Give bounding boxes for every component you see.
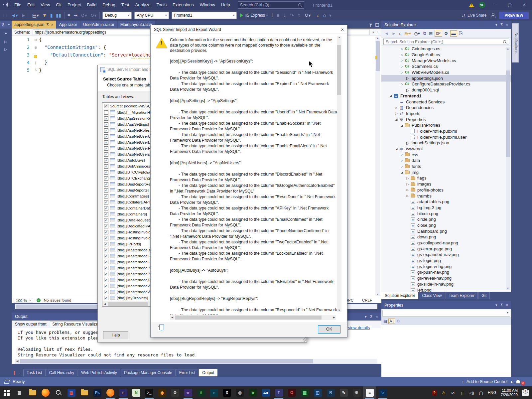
output-horizontal-scrollbar[interactable]: ◀ — [15, 359, 377, 364]
tree-expander-icon[interactable]: ◢ — [400, 171, 404, 174]
menu-item-file[interactable]: File — [11, 0, 24, 10]
tree-expander-icon[interactable]: ▷ — [400, 65, 404, 68]
tree-item[interactable]: ▷thumbs — [381, 193, 511, 199]
tree-item[interactable]: ◢img — [381, 169, 511, 175]
step-into-icon[interactable]: ⇣ — [281, 10, 289, 20]
props-pages-icon[interactable]: ⚙ — [396, 319, 400, 324]
clock[interactable]: 11:00 AM 7/26/2020 — [501, 388, 518, 397]
menu-item-git[interactable]: Git — [53, 0, 65, 10]
table-checkbox[interactable] — [104, 272, 108, 276]
wizard-vertical-scrollbar[interactable]: ▲ ▼ — [337, 36, 341, 312]
table-checkbox[interactable] — [104, 122, 108, 127]
table-checkbox[interactable] — [104, 194, 108, 199]
tree-item[interactable]: down.png — [381, 234, 511, 240]
tray-app-icon[interactable]: ▢ — [478, 390, 483, 395]
global-search-input[interactable]: Search (Ctrl+Q) — [238, 1, 304, 9]
vs-installer[interactable]: ⚙ — [169, 386, 182, 399]
settings-app[interactable]: ⚙ — [350, 386, 363, 399]
task-view-button[interactable]: ▦ — [13, 386, 26, 399]
se-switch-views-icon[interactable]: 🗁▾ — [404, 31, 412, 36]
tree-expander-icon[interactable]: ◢ — [388, 94, 393, 97]
startup-project-dropdown[interactable]: Frontend1▾ — [172, 12, 237, 19]
tab-appsettings-json[interactable]: appsettings.json⊼× — [12, 21, 56, 29]
line-ending-indicator[interactable]: CRLF — [362, 298, 372, 302]
wizard-title-bar[interactable]: SQL Server Import and Export Wizard × — [151, 25, 347, 34]
language-indicator[interactable]: ENG — [488, 390, 496, 395]
notepad-plus[interactable]: N — [130, 386, 143, 399]
table-checkbox[interactable] — [104, 158, 108, 163]
navigate-back-icon[interactable]: ◄▾ — [9, 10, 20, 20]
tree-item[interactable]: ▷C#WebViewModels.cs — [381, 69, 511, 75]
tree-expander-icon[interactable]: ▷ — [400, 53, 404, 57]
tree-expander-icon[interactable]: ▷ — [405, 194, 410, 198]
maximize-button[interactable]: ▢ — [505, 0, 515, 10]
menu-item-extensions[interactable]: Extensions — [170, 0, 197, 10]
notification-warning-icon[interactable] — [469, 3, 474, 7]
blender[interactable] — [104, 386, 117, 399]
menu-item-view[interactable]: View — [38, 0, 53, 10]
menu-item-window[interactable]: Window — [197, 0, 218, 10]
se-pending-changes-icon[interactable]: ◷▾ — [413, 31, 421, 36]
table-checkbox[interactable] — [104, 260, 108, 264]
props-dropdown-icon[interactable]: ▾ — [495, 303, 497, 307]
properties-object-dropdown[interactable] — [382, 310, 510, 317]
bottom-tab-call-hierarchy[interactable]: Call Hierarchy — [46, 369, 77, 376]
configuration-dropdown[interactable]: Debug▾ — [102, 12, 132, 19]
opera[interactable]: O — [285, 386, 298, 399]
bottom-tab-web-publish-activity[interactable]: Web Publish Activity — [78, 369, 120, 376]
editor-options-icon[interactable]: ⊡ — [375, 22, 379, 28]
terminal[interactable]: >_ — [143, 386, 156, 399]
tree-item[interactable]: ▷⇄Imports — [381, 111, 511, 117]
bottom-tab-error-list[interactable]: Error List — [176, 369, 199, 376]
chat-app[interactable]: ◗ — [207, 386, 220, 399]
toolbar-grip[interactable]: ⋮⋮ — [0, 14, 9, 17]
start-button[interactable] — [0, 386, 13, 399]
tree-expander-icon[interactable]: ▷ — [400, 153, 404, 156]
tray-network-icon[interactable]: ⊘ — [451, 390, 456, 395]
table-checkbox[interactable] — [104, 254, 108, 258]
table-checkbox[interactable] — [104, 278, 108, 282]
table-checkbox[interactable] — [104, 230, 108, 234]
fold-marker[interactable]: ⊟ — [32, 44, 39, 51]
tree-item[interactable]: gs-reveal-nav.png — [381, 275, 511, 281]
pen-app[interactable]: ✎ — [337, 386, 350, 399]
tree-item[interactable]: FolderProfile.pubxml — [381, 128, 511, 134]
table-checkbox[interactable] — [104, 242, 108, 246]
browse-home-icon[interactable]: ⌂ — [321, 10, 327, 20]
table-checkbox[interactable] — [104, 296, 108, 300]
tree-expander-icon[interactable]: ▷ — [405, 183, 410, 186]
preview-button[interactable]: PREVIEW — [499, 12, 529, 19]
tree-item[interactable]: gs-login.png — [381, 258, 511, 264]
tree-expander-icon[interactable]: ▷ — [400, 165, 404, 168]
feedback-person-icon[interactable] — [490, 13, 495, 18]
tree-item[interactable]: close.png — [381, 222, 511, 228]
se-home-icon[interactable]: ⌂ — [398, 31, 403, 36]
audio-app[interactable]: ∩ — [117, 386, 130, 399]
tree-item[interactable]: ◢⚙Properties — [381, 116, 511, 122]
tray-help-icon[interactable]: ? — [432, 390, 437, 395]
tree-item[interactable]: left.png — [381, 287, 511, 292]
editor-vertical-scrollbar[interactable]: ▲ ▼ — [375, 37, 380, 296]
tree-item[interactable]: {}launchSettings.json — [381, 140, 511, 146]
people-app[interactable]: ◫ — [311, 386, 324, 399]
tree-expander-icon[interactable]: ▷ — [400, 82, 404, 86]
table-checkbox[interactable] — [104, 266, 108, 270]
menu-item-help[interactable]: Help — [218, 0, 233, 10]
close-button[interactable]: × — [519, 0, 529, 10]
table-checkbox[interactable] — [104, 182, 108, 187]
calculator[interactable]: 123 — [259, 386, 272, 399]
x-app[interactable]: X — [220, 386, 233, 399]
undo-icon[interactable]: ↺▾ — [79, 10, 89, 20]
tree-item[interactable]: bg-img-3.jpg — [381, 205, 511, 211]
table-checkbox[interactable] — [104, 212, 108, 216]
tree-item[interactable]: circle.png — [381, 216, 511, 222]
tree-item[interactable]: gs-expanded-nav.png — [381, 252, 511, 258]
quick-actions-bulb-icon[interactable] — [34, 55, 37, 58]
panel-tab-team-explorer[interactable]: Team Explorer — [446, 292, 478, 299]
obs[interactable]: ◎ — [233, 386, 246, 399]
tab-UserAdmin-razor[interactable]: UserAdmin.razor — [80, 21, 117, 29]
table-checkbox[interactable] — [104, 218, 108, 222]
file-explorer[interactable] — [26, 386, 39, 399]
se-back-icon[interactable]: ◄ — [383, 31, 390, 36]
table-checkbox[interactable] — [104, 140, 108, 145]
